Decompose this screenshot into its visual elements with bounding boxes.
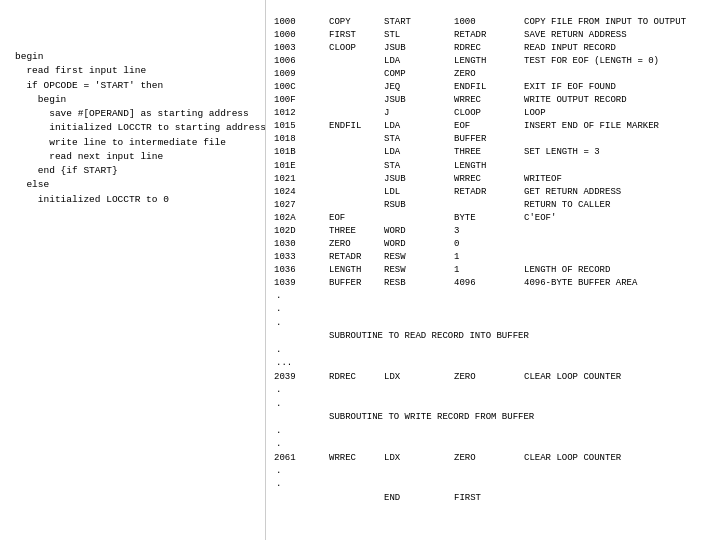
table-row: 1015ENDFILLDAEOFINSERT END OF FILE MARKE… [274, 120, 712, 133]
table-row: 101ESTALENGTH [274, 160, 712, 173]
cell-opcode: JEQ [384, 81, 454, 94]
cell-src-op: WRREC [454, 173, 524, 186]
table-row: 102DTHREEWORD3 [274, 225, 712, 238]
cell-src-op: ENDFIL [454, 81, 524, 94]
table-row: 1033RETADRRESW1 [274, 251, 712, 264]
cell-opcode: WORD [384, 238, 454, 251]
cell-label: THREE [329, 225, 384, 238]
cell-label [329, 107, 384, 120]
cell-loc: 1000 [274, 29, 329, 42]
cell-loc: 1012 [274, 107, 329, 120]
table-row: 1003CLOOPJSUBRDRECREAD INPUT RECORD [274, 42, 712, 55]
cell-label [329, 173, 384, 186]
cell-loc: 1033 [274, 251, 329, 264]
cell-src-op: BUFFER [454, 133, 524, 146]
dots: . [274, 344, 712, 358]
cell-src-desc: SET LENGTH = 3 [524, 146, 712, 159]
cell-src-desc: LOOP [524, 107, 712, 120]
cell-src-op: RETADR [454, 186, 524, 199]
cell-label: LENGTH [329, 264, 384, 277]
cell-label [329, 81, 384, 94]
dots: . [274, 425, 712, 439]
cell-label [329, 133, 384, 146]
table-row: 1036LENGTHRESW1LENGTH OF RECORD [274, 264, 712, 277]
cell-label [329, 94, 384, 107]
cell-src-op: BYTE [454, 212, 524, 225]
cell-src-op: EOF [454, 120, 524, 133]
cell-src-op: CLOOP [454, 107, 524, 120]
cell-opcode: LDA [384, 55, 454, 68]
dots: . [274, 290, 712, 304]
cell-loc: 100C [274, 81, 329, 94]
cell-loc: 1000 [274, 16, 329, 29]
cell-src-desc: COPY FILE FROM INPUT TO OUTPUT [524, 16, 712, 29]
cell-src-desc: 4096-BYTE BUFFER AREA [524, 277, 712, 290]
cell-loc: 1024 [274, 186, 329, 199]
cell-opcode: STA [384, 160, 454, 173]
cell-opcode: LDL [384, 186, 454, 199]
cell-src-op: ZERO [454, 371, 524, 384]
dots: . [274, 303, 712, 317]
cell-label: RETADR [329, 251, 384, 264]
cell-loc: 1039 [274, 277, 329, 290]
cell-src-desc: SAVE RETURN ADDRESS [524, 29, 712, 42]
cell-src-desc: INSERT END OF FILE MARKER [524, 120, 712, 133]
cell-label: BUFFER [329, 277, 384, 290]
cell-label [329, 55, 384, 68]
cell-opcode: END [384, 492, 454, 505]
cell-label: EOF [329, 212, 384, 225]
cell-src-desc: WRITE OUTPUT RECORD [524, 94, 712, 107]
cell-loc: 1018 [274, 133, 329, 146]
cell-src-desc: WRITEOF [524, 173, 712, 186]
cell-src-desc: EXIT IF EOF FOUND [524, 81, 712, 94]
table-row: 1027RSUBRETURN TO CALLER [274, 199, 712, 212]
table-row: 100FJSUBWRRECWRITE OUTPUT RECORD [274, 94, 712, 107]
cell-opcode: LDA [384, 146, 454, 159]
cell-src-desc [524, 251, 712, 264]
subroutine-label: SUBROUTINE TO READ RECORD INTO BUFFER [274, 330, 712, 344]
subroutine-label-2: SUBROUTINE TO WRITE RECORD FROM BUFFER [274, 411, 712, 425]
table-row: 1000FIRSTSTLRETADRSAVE RETURN ADDRESS [274, 29, 712, 42]
cell-label: FIRST [329, 29, 384, 42]
cell-label: WRREC [329, 452, 384, 465]
cell-loc: 1006 [274, 55, 329, 68]
cell-src-desc: LENGTH OF RECORD [524, 264, 712, 277]
cell-label: RDREC [329, 371, 384, 384]
cell-src-op: ZERO [454, 68, 524, 81]
table-row: 102AEOFBYTEC'EOF' [274, 212, 712, 225]
cell-src-op: LENGTH [454, 160, 524, 173]
table-row: 2039RDRECLDXZEROCLEAR LOOP COUNTER [274, 371, 712, 384]
cell-src-desc: TEST FOR EOF (LENGTH = 0) [524, 55, 712, 68]
cell-label [329, 68, 384, 81]
cell-loc: 1036 [274, 264, 329, 277]
cell-src-desc: CLEAR LOOP COUNTER [524, 371, 712, 384]
pseudocode: begin read first input line if OPCODE = … [15, 50, 250, 207]
right-panel: 1000COPYSTART1000COPY FILE FROM INPUT TO… [265, 0, 720, 540]
cell-opcode: JSUB [384, 42, 454, 55]
dots: . [274, 438, 712, 452]
cell-label [329, 146, 384, 159]
cell-opcode: RSUB [384, 199, 454, 212]
cell-src-desc: CLEAR LOOP COUNTER [524, 452, 712, 465]
cell-src-op: WRREC [454, 94, 524, 107]
cell-src-desc [524, 225, 712, 238]
cell-opcode: LDX [384, 371, 454, 384]
cell-opcode: RESB [384, 277, 454, 290]
cell-opcode: STA [384, 133, 454, 146]
table-row: 1024LDLRETADRGET RETURN ADDRESS [274, 186, 712, 199]
table-row: 1021JSUBWRRECWRITEOF [274, 173, 712, 186]
cell-loc: 1027 [274, 199, 329, 212]
cell-opcode: JSUB [384, 94, 454, 107]
cell-label [329, 186, 384, 199]
cell-opcode: JSUB [384, 173, 454, 186]
dots: . [274, 384, 712, 398]
cell-src-op: 0 [454, 238, 524, 251]
cell-src-op: LENGTH [454, 55, 524, 68]
cell-src-desc [524, 68, 712, 81]
cell-opcode: LDA [384, 120, 454, 133]
cell-label: COPY [329, 16, 384, 29]
cell-loc: 2039 [274, 371, 329, 384]
cell-loc: 1009 [274, 68, 329, 81]
cell-label [329, 199, 384, 212]
cell-src-op: 4096 [454, 277, 524, 290]
